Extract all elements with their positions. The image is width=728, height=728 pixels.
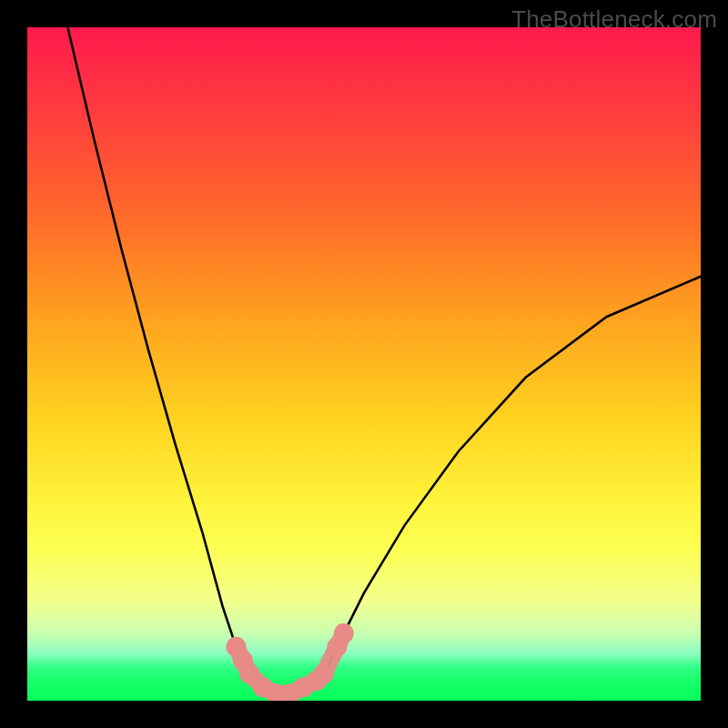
chart-frame: TheBottleneck.com [0,0,728,728]
plot-area [27,27,701,701]
curve-svg [27,27,701,701]
highlight-dot [334,623,354,643]
highlight-dot [314,663,334,683]
bottleneck-curve [67,27,701,694]
